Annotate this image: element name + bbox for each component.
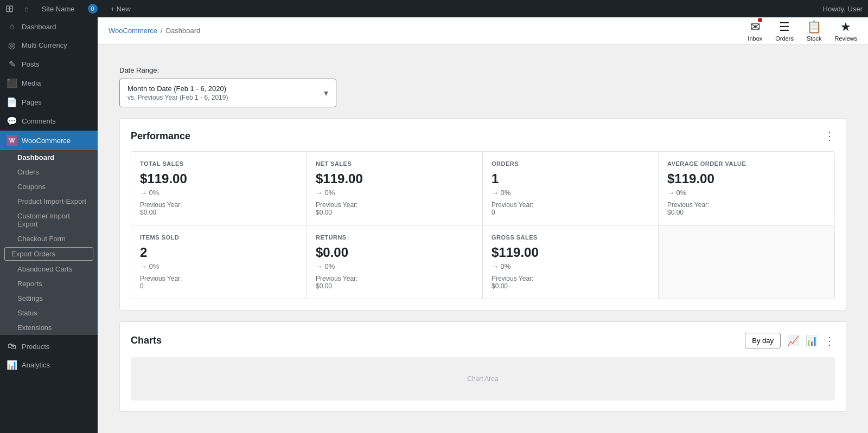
breadcrumb-current: Dashboard <box>166 27 201 35</box>
sidebar: ⌂ Dashboard ◎ Multi Currency ✎ Posts ⬛ M… <box>0 17 98 433</box>
top-nav-icons: ✉ Inbox ☰ Orders 📋 Stock ★ <box>748 20 857 42</box>
sidebar-item-extensions[interactable]: Extensions <box>0 320 98 335</box>
performance-header: Performance ⋮ <box>131 130 835 143</box>
sidebar-item-reports[interactable]: Reports <box>0 276 98 291</box>
sidebar-item-analytics[interactable]: 📊 Analytics <box>0 356 98 374</box>
date-range-dropdown[interactable]: Month to Date (Feb 1 - 6, 2020) vs. Prev… <box>119 79 336 107</box>
charts-controls: By day 📈 📊 ⋮ <box>745 333 835 348</box>
performance-section: Performance ⋮ TOTAL SALES $119.00 → 0% P… <box>119 118 846 311</box>
orders-nav-item[interactable]: ☰ Orders <box>775 20 794 42</box>
sidebar-item-multi-currency[interactable]: ◎ Multi Currency <box>0 36 98 55</box>
chart-area: Chart Area <box>131 357 835 400</box>
breadcrumb-woocommerce-link[interactable]: WooCommerce <box>108 27 157 35</box>
charts-header: Charts By day 📈 📊 ⋮ <box>131 333 835 348</box>
orders-nav-icon: ☰ <box>779 20 790 34</box>
line-chart-icon[interactable]: 📈 <box>787 335 799 347</box>
main-content: WooCommerce / Dashboard ✉ Inbox ☰ Orders <box>98 17 868 433</box>
performance-title: Performance <box>131 131 190 142</box>
bar-chart-icon[interactable]: 📊 <box>806 335 818 347</box>
inbox-nav-item[interactable]: ✉ Inbox <box>748 20 762 42</box>
reviews-nav-item[interactable]: ★ Reviews <box>834 20 857 42</box>
avg-order-value-card: AVERAGE ORDER VALUE $119.00 → 0% Previou… <box>659 152 834 225</box>
charts-section: Charts By day 📈 📊 ⋮ Chart Area <box>119 321 846 412</box>
comments-icon[interactable]: 0 <box>84 4 102 14</box>
date-range-main: Month to Date (Feb 1 - 6, 2020) <box>127 85 228 93</box>
site-name[interactable]: Site Name <box>37 5 79 13</box>
orders-card: ORDERS 1 → 0% Previous Year: 0 <box>483 152 659 225</box>
howdy-text: Howdy, User <box>823 5 863 13</box>
inbox-badge <box>758 18 762 22</box>
returns-card: RETURNS $0.00 → 0% Previous Year: $0.00 <box>307 225 483 299</box>
dashboard-icon: ⌂ <box>7 22 17 31</box>
stock-nav-item[interactable]: 📋 Stock <box>807 20 822 42</box>
top-navigation: WooCommerce / Dashboard ✉ Inbox ☰ Orders <box>98 17 868 44</box>
comment-bubble: 0 <box>88 4 98 14</box>
date-range-label: Date Range: <box>119 66 846 74</box>
date-range-section: Date Range: Month to Date (Feb 1 - 6, 20… <box>119 66 846 107</box>
products-icon: 🛍 <box>7 341 17 351</box>
sidebar-item-status[interactable]: Status <box>0 306 98 320</box>
sidebar-item-coupons[interactable]: Coupons <box>0 179 98 194</box>
sidebar-item-comments[interactable]: 💬 Comments <box>0 112 98 131</box>
reviews-nav-icon: ★ <box>840 20 851 34</box>
total-sales-card: TOTAL SALES $119.00 → 0% Previous Year: … <box>131 152 307 225</box>
gross-sales-card: GROSS SALES $119.00 → 0% Previous Year: … <box>483 225 659 299</box>
comments-sidebar-icon: 💬 <box>7 116 17 126</box>
breadcrumb: WooCommerce / Dashboard <box>108 27 200 35</box>
analytics-icon: 📊 <box>7 360 17 370</box>
posts-icon: ✎ <box>7 59 17 69</box>
date-range-compare: vs. Previous Year (Feb 1 - 6, 2019) <box>127 94 228 101</box>
media-icon: ⬛ <box>7 78 17 88</box>
items-sold-card: ITEMS SOLD 2 → 0% Previous Year: 0 <box>131 225 307 299</box>
woo-icon: W <box>7 135 17 146</box>
by-day-button[interactable]: By day <box>745 333 781 348</box>
sidebar-item-settings[interactable]: Settings <box>0 291 98 306</box>
wp-logo-icon[interactable]: ⊞ <box>5 3 14 15</box>
content-area: Date Range: Month to Date (Feb 1 - 6, 20… <box>108 55 857 423</box>
performance-grid-bottom: ITEMS SOLD 2 → 0% Previous Year: 0 RETUR… <box>131 225 835 299</box>
woocommerce-menu-header[interactable]: W WooCommerce <box>0 131 98 150</box>
home-icon[interactable]: ⌂ <box>20 5 33 13</box>
sidebar-item-posts[interactable]: ✎ Posts <box>0 55 98 74</box>
sidebar-item-checkout-form[interactable]: Checkout Form <box>0 231 98 246</box>
sidebar-item-products[interactable]: 🛍 Products <box>0 337 98 356</box>
currency-icon: ◎ <box>7 40 17 50</box>
new-content-button[interactable]: + New <box>106 5 135 13</box>
charts-title: Charts <box>131 335 162 346</box>
chevron-down-icon: ▾ <box>324 88 328 98</box>
performance-grid-top: TOTAL SALES $119.00 → 0% Previous Year: … <box>131 151 835 225</box>
charts-menu-icon[interactable]: ⋮ <box>824 334 835 347</box>
sidebar-item-orders[interactable]: Orders <box>0 165 98 179</box>
sidebar-item-media[interactable]: ⬛ Media <box>0 74 98 93</box>
sidebar-item-product-import-export[interactable]: Product Import-Export <box>0 194 98 209</box>
sidebar-item-customer-import-export[interactable]: Customer Import Export <box>0 209 98 231</box>
sidebar-item-export-orders[interactable]: Export Orders <box>4 247 93 261</box>
sidebar-item-woo-dashboard[interactable]: Dashboard <box>0 150 98 165</box>
sidebar-item-dashboard[interactable]: ⌂ Dashboard <box>0 17 98 36</box>
sidebar-item-abandoned-carts[interactable]: Abandoned Carts <box>0 262 98 276</box>
pages-icon: 📄 <box>7 97 17 107</box>
sidebar-item-pages[interactable]: 📄 Pages <box>0 93 98 112</box>
net-sales-card: NET SALES $119.00 → 0% Previous Year: $0… <box>307 152 483 225</box>
admin-bar: ⊞ ⌂ Site Name 0 + New Howdy, User <box>0 0 868 17</box>
empty-card <box>659 225 834 299</box>
performance-menu-icon[interactable]: ⋮ <box>824 130 835 143</box>
stock-nav-icon: 📋 <box>807 20 821 34</box>
